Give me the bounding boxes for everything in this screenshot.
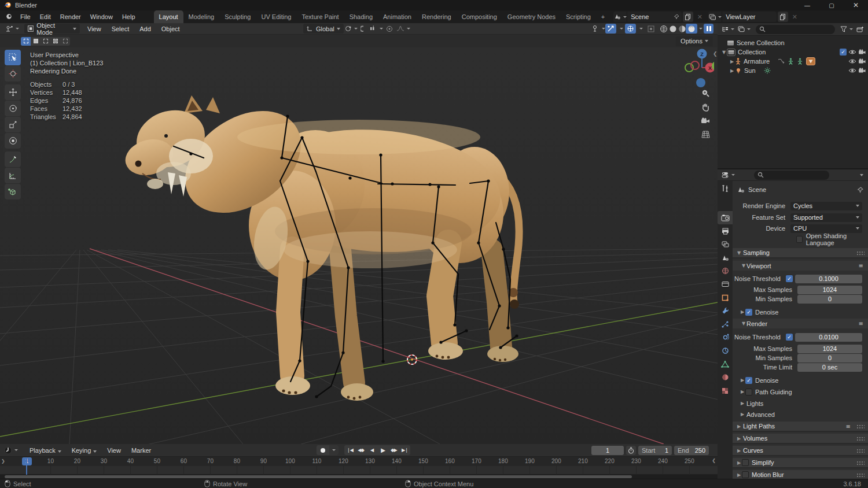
properties-editor-type[interactable] bbox=[720, 170, 737, 180]
menu-add[interactable]: Add bbox=[134, 25, 156, 32]
menu-view[interactable]: View bbox=[82, 25, 106, 32]
maximize-button[interactable]: ▢ bbox=[819, 0, 844, 10]
select-mode-lasso-extend[interactable] bbox=[50, 37, 60, 46]
workspace-tab-scripting[interactable]: Scripting bbox=[561, 10, 596, 23]
select-mode-box[interactable] bbox=[31, 37, 41, 46]
shading-dropdown[interactable] bbox=[695, 24, 704, 34]
viewport-3d[interactable]: User Perspective (1) Collection | Lion_B… bbox=[0, 47, 718, 444]
properties-search-input[interactable] bbox=[754, 171, 829, 180]
tab-tool[interactable] bbox=[718, 182, 733, 195]
tab-physics[interactable] bbox=[718, 331, 733, 344]
timeline-menu-playback[interactable]: Playback bbox=[24, 447, 67, 454]
curves-panel[interactable]: ▶Curves bbox=[733, 446, 868, 456]
tool-select-box[interactable] bbox=[5, 50, 21, 65]
sidebar-toggle[interactable]: ❮ bbox=[713, 51, 718, 57]
select-mode-lasso-subtract[interactable] bbox=[60, 37, 70, 46]
disable-render-camera-icon[interactable] bbox=[858, 68, 866, 73]
remove-view-layer-button[interactable]: ✕ bbox=[789, 12, 800, 22]
gizmos-toggle-icon[interactable] bbox=[605, 24, 616, 34]
advanced-row[interactable]: ▶Advanced bbox=[733, 409, 868, 419]
xray-toggle-icon[interactable] bbox=[646, 24, 656, 34]
workspace-tab-sculpting[interactable]: Sculpting bbox=[219, 10, 256, 23]
workspace-tab-shading[interactable]: Shading bbox=[344, 10, 378, 23]
playhead-line[interactable] bbox=[26, 458, 27, 475]
tab-render[interactable] bbox=[718, 211, 733, 224]
properties-options-dropdown[interactable] bbox=[860, 174, 863, 176]
snap-with-icon[interactable] bbox=[368, 24, 385, 34]
auto-keying-record-button[interactable] bbox=[317, 445, 329, 455]
play-reverse-button[interactable]: ◀ bbox=[366, 448, 377, 453]
sampling-viewport-subpanel[interactable]: ▼Viewport≡ bbox=[733, 261, 868, 271]
pan-button[interactable] bbox=[700, 102, 711, 112]
start-frame-field[interactable]: Start1 bbox=[638, 446, 672, 455]
render-time-limit-field[interactable]: 0 sec bbox=[797, 363, 862, 372]
expand-icon[interactable]: ▶ bbox=[729, 68, 735, 73]
hide-eye-icon[interactable] bbox=[848, 49, 856, 55]
menu-select[interactable]: Select bbox=[106, 25, 135, 32]
outliner-filter-id-type[interactable] bbox=[736, 24, 752, 34]
menu-window[interactable]: Window bbox=[86, 11, 117, 23]
tab-output[interactable] bbox=[718, 224, 733, 238]
minus-z-axis-ball[interactable] bbox=[696, 78, 705, 87]
mode-selector[interactable]: Object Mode bbox=[24, 24, 80, 34]
timeline-scrollbar[interactable] bbox=[0, 475, 718, 479]
tool-rotate[interactable] bbox=[5, 101, 21, 116]
outliner-row-sun[interactable]: ▶ Sun bbox=[718, 66, 868, 75]
outliner-filter-icon[interactable] bbox=[838, 24, 855, 34]
tab-scene[interactable] bbox=[718, 251, 733, 264]
workspace-tab-geometry-nodes[interactable]: Geometry Nodes bbox=[502, 10, 561, 23]
new-view-layer-button[interactable] bbox=[778, 12, 788, 22]
overlays-dropdown[interactable] bbox=[635, 24, 645, 34]
workspace-tab-compositing[interactable]: Compositing bbox=[457, 10, 502, 23]
path-guiding-checkbox[interactable] bbox=[745, 389, 752, 395]
use-preview-range-button[interactable] bbox=[626, 446, 636, 455]
tool-annotate[interactable] bbox=[5, 151, 21, 167]
hide-eye-icon[interactable] bbox=[848, 58, 856, 64]
tab-object-data[interactable] bbox=[718, 357, 733, 371]
proportional-editing-icon[interactable] bbox=[384, 24, 395, 34]
editor-type-button[interactable] bbox=[3, 24, 21, 34]
new-collection-button[interactable] bbox=[855, 24, 866, 34]
viewport-noise-threshold-checkbox[interactable]: ✓ bbox=[786, 275, 793, 282]
render-noise-threshold-field[interactable]: 0.0100 bbox=[795, 333, 862, 342]
minimize-button[interactable]: — bbox=[795, 0, 819, 10]
tool-cursor[interactable] bbox=[5, 66, 21, 82]
add-workspace-button[interactable]: + bbox=[596, 10, 610, 23]
select-mode-tweak[interactable] bbox=[21, 37, 31, 46]
feature-set-dropdown[interactable]: Supported bbox=[790, 213, 862, 222]
outliner-row-scene-collection[interactable]: Scene Collection bbox=[718, 38, 868, 47]
scene-icon[interactable] bbox=[613, 12, 627, 22]
outliner-search-input[interactable] bbox=[756, 25, 835, 34]
tool-move[interactable] bbox=[5, 84, 21, 100]
select-mode-circle[interactable] bbox=[41, 37, 50, 46]
overlays-toggle-icon[interactable] bbox=[625, 24, 636, 34]
menu-edit[interactable]: Edit bbox=[35, 11, 56, 23]
show-gizmo-icon[interactable] bbox=[590, 24, 607, 34]
expand-icon[interactable]: ▼ bbox=[721, 50, 727, 55]
workspace-tab-texture-paint[interactable]: Texture Paint bbox=[296, 10, 344, 23]
sampling-render-subpanel[interactable]: ▼Render≡ bbox=[733, 319, 868, 328]
pause-render-button[interactable] bbox=[704, 24, 713, 34]
simplify-checkbox[interactable] bbox=[742, 459, 749, 466]
render-max-samples-field[interactable]: 1024 bbox=[797, 345, 862, 353]
close-button[interactable]: ✕ bbox=[844, 0, 868, 10]
tool-add-cube[interactable] bbox=[5, 184, 21, 199]
viewport-min-samples-field[interactable]: 0 bbox=[797, 295, 862, 304]
camera-view-button[interactable] bbox=[700, 116, 711, 126]
light-paths-panel[interactable]: ▶Light Paths≡ bbox=[733, 422, 868, 432]
workspace-tab-uv-editing[interactable]: UV Editing bbox=[256, 10, 296, 23]
end-frame-field[interactable]: End250 bbox=[674, 446, 709, 455]
tab-modifiers[interactable] bbox=[718, 304, 733, 317]
workspace-tab-modeling[interactable]: Modeling bbox=[183, 10, 220, 23]
outliner-row-armature[interactable]: ▶ Armature bbox=[718, 57, 868, 66]
prev-keyframe-button[interactable]: ◀◆ bbox=[355, 448, 366, 453]
disable-render-camera-icon[interactable] bbox=[858, 58, 866, 64]
volumes-panel[interactable]: ▶Volumes bbox=[733, 434, 868, 444]
next-keyframe-button[interactable]: ◆▶ bbox=[388, 448, 399, 453]
timeline-track-area[interactable] bbox=[0, 466, 718, 475]
pin-icon[interactable] bbox=[857, 187, 863, 193]
gizmos-dropdown[interactable] bbox=[616, 24, 625, 34]
tab-view-layer[interactable] bbox=[718, 238, 733, 251]
tool-scale[interactable] bbox=[5, 117, 21, 132]
current-frame-field[interactable]: 1 bbox=[591, 446, 624, 455]
